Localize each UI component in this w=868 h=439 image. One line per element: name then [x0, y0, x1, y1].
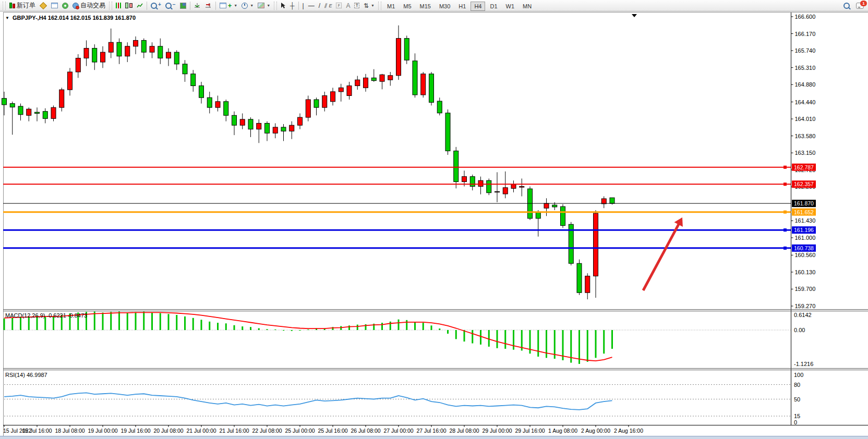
tile-windows-button[interactable]	[178, 1, 188, 10]
macd-bar	[267, 329, 268, 330]
rsi-pane: 1008050150	[4, 372, 803, 425]
add-indicator-button[interactable]: +▼	[218, 1, 240, 10]
candle-body	[421, 74, 426, 95]
timeframe-d1[interactable]: D1	[486, 2, 501, 11]
price-axis-badge: 162.787	[792, 164, 816, 171]
timeframe-m30[interactable]: M30	[436, 2, 454, 11]
macd-bar	[44, 316, 46, 330]
vertical-line-tool-button[interactable]: |	[300, 1, 306, 10]
chart-expander-icon[interactable]: ▼	[5, 16, 9, 20]
arrows-tool-button[interactable]: ⇅▼	[361, 1, 377, 10]
line-handle[interactable]	[783, 182, 787, 186]
svg-text:29 Jul 00:00: 29 Jul 00:00	[482, 428, 512, 434]
macd-bar	[217, 323, 219, 330]
candle-body	[413, 61, 417, 95]
periods-button[interactable]: ▼	[239, 1, 256, 10]
toolbar-grip[interactable]	[109, 2, 112, 10]
text-label-tool-button[interactable]: T	[352, 1, 361, 10]
timeframe-mn[interactable]: MN	[519, 2, 535, 11]
zoom-in-button[interactable]: +	[149, 1, 163, 10]
new-order-button[interactable]: 新订单	[7, 1, 38, 10]
candle-chart-mode-button[interactable]	[123, 1, 135, 10]
templates-button[interactable]: ▼	[256, 1, 272, 10]
candle-body	[150, 46, 154, 52]
candle-body	[240, 119, 245, 125]
svg-text:21 Jul 00:00: 21 Jul 00:00	[186, 428, 216, 434]
candlesticks	[2, 26, 615, 299]
timeframe-w1[interactable]: W1	[502, 2, 519, 11]
svg-text:20 Jul 08:00: 20 Jul 08:00	[153, 428, 183, 434]
line-handle[interactable]	[783, 247, 787, 250]
notifications-icon[interactable]: 1	[856, 3, 864, 9]
candle-body	[117, 42, 122, 56]
equidistant-channel-tool-button[interactable]: ⫽E	[322, 1, 334, 10]
macd-bar	[595, 330, 597, 358]
chart-shift-icon	[205, 3, 212, 8]
svg-text:163.580: 163.580	[795, 133, 816, 139]
macd-signal-line	[4, 312, 612, 361]
price-chart[interactable]: 166.600166.170165.740165.310164.880164.4…	[0, 11, 868, 439]
toolbar-grip[interactable]	[274, 2, 277, 10]
svg-text:159.270: 159.270	[795, 303, 816, 309]
candle-body	[495, 191, 500, 192]
auto-scroll-button[interactable]	[192, 1, 203, 10]
data-window-button[interactable]	[49, 1, 60, 10]
candle-body	[125, 46, 130, 56]
horizontal-line-tool-button[interactable]: —	[306, 1, 317, 10]
candle-body	[487, 180, 491, 192]
svg-text:166.170: 166.170	[795, 31, 816, 37]
timeframe-m15[interactable]: M15	[416, 2, 435, 11]
timeframe-m5[interactable]: M5	[400, 2, 415, 11]
autotrading-button[interactable]: 自动交易	[70, 1, 107, 10]
candle-body	[158, 46, 163, 58]
svg-text:0.00: 0.00	[794, 327, 805, 333]
crosshair-tool-button[interactable]: ┼	[288, 1, 297, 10]
trend-arrow-annotation[interactable]	[643, 222, 680, 290]
zoom-out-button[interactable]: −	[163, 1, 178, 10]
macd-bar	[102, 312, 104, 330]
macd-bar	[488, 330, 490, 347]
macd-bar	[480, 330, 481, 345]
line-chart-mode-button[interactable]	[135, 1, 145, 10]
cursor-tool-button[interactable]	[279, 1, 288, 10]
chart-title: ▼ GBPJPY-,H4 162.014 162.015 161.839 161…	[5, 15, 136, 21]
candle-body	[445, 113, 450, 151]
svg-text:-1.1216: -1.1216	[794, 361, 813, 367]
fibonacci-tool-button[interactable]: F	[334, 1, 344, 10]
candle-body	[404, 39, 409, 60]
trendline-tool-button[interactable]: /	[317, 1, 322, 10]
template-icon	[258, 3, 264, 8]
line-handle[interactable]	[783, 228, 787, 231]
search-icon[interactable]	[843, 3, 850, 9]
chart-window[interactable]: 166.600166.170165.740165.310164.880164.4…	[0, 11, 868, 439]
macd-bar	[603, 330, 605, 353]
price-axis[interactable]: 166.600166.170165.740165.310164.880164.4…	[791, 14, 816, 309]
chart-shift-marker[interactable]	[632, 14, 637, 17]
chart-shift-button[interactable]	[203, 1, 214, 10]
auto-scroll-icon	[194, 3, 201, 8]
svg-text:161.652: 161.652	[794, 209, 814, 215]
svg-text:28 Jul 08:00: 28 Jul 08:00	[449, 428, 479, 434]
chevron-down-icon: ▼	[250, 4, 254, 7]
candle-body	[134, 40, 138, 46]
svg-text:159.700: 159.700	[795, 286, 816, 292]
macd-bar	[118, 312, 120, 330]
toolbar-grip[interactable]	[378, 2, 381, 10]
timeframe-h4[interactable]: H4	[471, 2, 485, 11]
bar-chart-mode-button[interactable]	[114, 1, 123, 10]
chevron-down-icon: ▼	[234, 4, 237, 7]
text-tool-button[interactable]: A	[344, 1, 352, 10]
market-watch-button[interactable]	[38, 1, 49, 10]
timeframe-h1[interactable]: H1	[455, 2, 469, 11]
line-handle[interactable]	[783, 166, 787, 169]
zoom-in-icon	[151, 3, 157, 9]
line-handle[interactable]	[783, 211, 787, 214]
timeframe-m1[interactable]: M1	[383, 2, 399, 11]
svg-text:2 Aug 00:00: 2 Aug 00:00	[581, 428, 610, 434]
candle-body	[470, 177, 475, 187]
time-axis[interactable]: 15 Jul 202215 Jul 16:0018 Jul 08:0019 Ju…	[3, 425, 643, 434]
signals-button[interactable]	[60, 1, 70, 10]
line-chart-icon	[137, 3, 143, 8]
toolbar-grip[interactable]	[3, 2, 6, 10]
chevron-down-icon: ▼	[267, 4, 270, 7]
